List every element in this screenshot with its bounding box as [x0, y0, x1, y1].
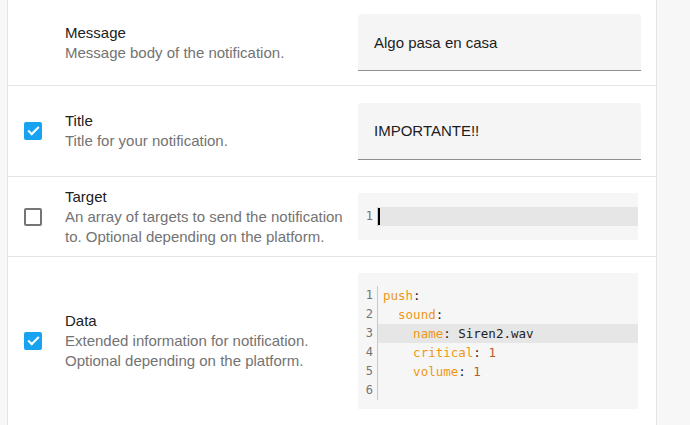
code-line-content [378, 207, 638, 226]
code-line: 2 sound: [358, 305, 638, 324]
form-row-data: Data Extended information for notificati… [8, 256, 656, 425]
form-row-title: Title Title for your notification. [8, 85, 656, 176]
target-yaml-editor[interactable]: 1 [358, 193, 638, 240]
data-yaml-editor[interactable]: 1push:2 sound:3 name: Siren2.wav4 critic… [358, 273, 638, 409]
message-field-description: Message body of the notification. [65, 43, 346, 63]
data-field-name: Data [65, 311, 346, 331]
line-number: 5 [358, 362, 378, 381]
notification-service-form: Message Message body of the notification… [7, 0, 657, 425]
code-line: 4 critical: 1 [358, 343, 638, 362]
message-field-name: Message [65, 23, 346, 43]
target-field-name: Target [65, 187, 346, 207]
target-checkbox[interactable] [24, 208, 42, 226]
target-field-description: An array of targets to send the notifica… [65, 207, 346, 247]
code-line: 1push: [358, 286, 638, 305]
line-number: 2 [358, 305, 378, 324]
title-field-description: Title for your notification. [65, 131, 346, 151]
data-field-description: Extended information for notification. O… [65, 331, 346, 371]
line-number: 3 [358, 324, 378, 343]
form-row-message: Message Message body of the notification… [8, 0, 656, 85]
title-field-name: Title [65, 111, 346, 131]
code-line-content: push: [378, 286, 638, 305]
data-checkbox[interactable] [24, 332, 42, 350]
form-row-target: Target An array of targets to send the n… [8, 176, 656, 256]
title-checkbox[interactable] [24, 122, 42, 140]
code-line: 6 [358, 381, 638, 400]
line-number: 1 [358, 286, 378, 305]
code-line-content [378, 381, 638, 400]
code-line: 1 [358, 207, 638, 226]
code-line-content: critical: 1 [378, 343, 638, 362]
message-input[interactable] [358, 14, 641, 71]
line-number: 4 [358, 343, 378, 362]
line-number: 1 [358, 207, 378, 226]
line-number: 6 [358, 381, 378, 400]
title-input[interactable] [358, 103, 641, 160]
code-line-content: volume: 1 [378, 362, 638, 381]
code-line: 5 volume: 1 [358, 362, 638, 381]
code-line-content: name: Siren2.wav [378, 324, 638, 343]
code-line-content: sound: [378, 305, 638, 324]
code-line: 3 name: Siren2.wav [358, 324, 638, 343]
